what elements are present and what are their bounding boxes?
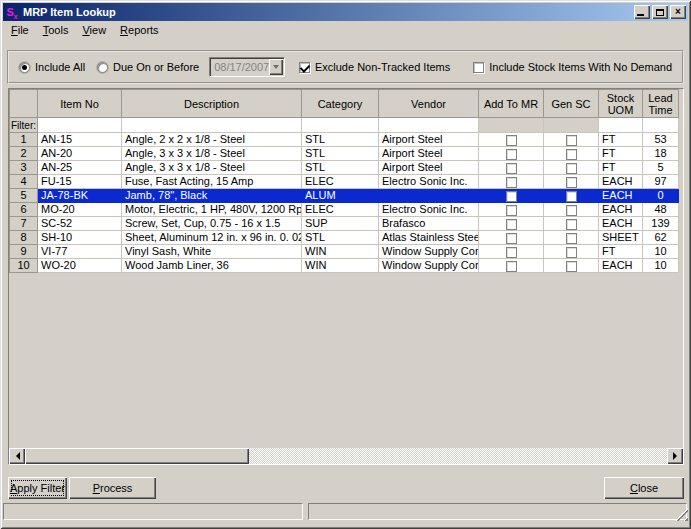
lead-time-cell[interactable]: 0 [643, 189, 679, 203]
lead-time-cell[interactable]: 5 [643, 161, 679, 175]
gen-sc-checkbox[interactable] [566, 163, 577, 174]
gen-sc-checkbox[interactable] [566, 177, 577, 188]
add-to-mr-checkbox[interactable] [506, 261, 517, 272]
category-cell[interactable]: SUP [302, 217, 379, 231]
category-cell[interactable]: STL [302, 133, 379, 147]
filter-item-no[interactable] [38, 118, 122, 133]
gen-sc-checkbox[interactable] [566, 205, 577, 216]
item-no-cell[interactable]: AN-25 [38, 161, 122, 175]
add-to-mr-checkbox[interactable] [506, 191, 517, 202]
stock-uom-cell[interactable]: EACH [599, 203, 643, 217]
header-item-no[interactable]: Item No [38, 90, 122, 118]
header-category[interactable]: Category [302, 90, 379, 118]
row-number-cell[interactable]: 9 [10, 245, 38, 259]
header-lead-time[interactable]: Lead Time [643, 90, 679, 118]
exclude-non-tracked-checkbox[interactable] [299, 62, 310, 73]
filter-stock-uom[interactable] [599, 118, 643, 133]
scrollbar-thumb[interactable] [25, 448, 249, 464]
add-to-mr-checkbox[interactable] [506, 177, 517, 188]
scroll-left-button[interactable] [9, 448, 25, 464]
lead-time-cell[interactable]: 18 [643, 147, 679, 161]
description-cell[interactable]: Angle, 2 x 2 x 1/8 - Steel [122, 133, 302, 147]
description-cell[interactable]: Vinyl Sash, White [122, 245, 302, 259]
add-to-mr-checkbox[interactable] [506, 233, 517, 244]
add-to-mr-checkbox[interactable] [506, 219, 517, 230]
include-all-label[interactable]: Include All [35, 61, 85, 73]
description-cell[interactable]: Angle, 3 x 3 x 1/8 - Steel [122, 161, 302, 175]
category-cell[interactable]: ELEC [302, 203, 379, 217]
header-description[interactable]: Description [122, 90, 302, 118]
include-all-radio[interactable] [19, 62, 30, 73]
row-number-cell[interactable]: 6 [10, 203, 38, 217]
lead-time-cell[interactable]: 10 [643, 259, 679, 273]
filter-description[interactable] [122, 118, 302, 133]
resize-grip[interactable] [675, 508, 688, 521]
gen-sc-checkbox[interactable] [566, 191, 577, 202]
item-no-cell[interactable]: MO-20 [38, 203, 122, 217]
gen-sc-checkbox[interactable] [566, 149, 577, 160]
row-number-cell[interactable]: 10 [10, 259, 38, 273]
stock-uom-cell[interactable]: EACH [599, 259, 643, 273]
row-number-cell[interactable]: 5 [10, 189, 38, 203]
gen-sc-checkbox[interactable] [566, 247, 577, 258]
description-cell[interactable]: Jamb, 78", Black [122, 189, 302, 203]
apply-filter-button[interactable]: Apply Filter [8, 477, 67, 499]
category-cell[interactable]: WIN [302, 259, 379, 273]
maximize-button[interactable] [652, 5, 668, 19]
vendor-cell[interactable]: Atlas Stainless Steel [379, 231, 479, 245]
menu-file[interactable]: File [4, 22, 36, 39]
row-number-cell[interactable]: 7 [10, 217, 38, 231]
description-cell[interactable]: Screw, Set, Cup, 0.75 - 16 x 1.5 [122, 217, 302, 231]
lead-time-cell[interactable]: 53 [643, 133, 679, 147]
filter-category[interactable] [302, 118, 379, 133]
stock-uom-cell[interactable]: EACH [599, 175, 643, 189]
gen-sc-checkbox[interactable] [566, 261, 577, 272]
lead-time-cell[interactable]: 48 [643, 203, 679, 217]
header-gen-sc[interactable]: Gen SC [544, 90, 599, 118]
row-number-cell[interactable]: 1 [10, 133, 38, 147]
item-no-cell[interactable]: JA-78-BK [38, 189, 122, 203]
row-number-cell[interactable]: 4 [10, 175, 38, 189]
include-stock-no-demand-label[interactable]: Include Stock Items With No Demand [489, 61, 672, 73]
gen-sc-checkbox[interactable] [566, 233, 577, 244]
lead-time-cell[interactable]: 10 [643, 245, 679, 259]
due-on-or-before-label[interactable]: Due On or Before [113, 61, 199, 73]
menu-view[interactable]: View [75, 22, 113, 39]
close-button-titlebar[interactable]: × [670, 5, 686, 19]
stock-uom-cell[interactable]: EACH [599, 189, 643, 203]
vendor-cell[interactable]: Window Supply Corp [379, 245, 479, 259]
add-to-mr-checkbox[interactable] [506, 247, 517, 258]
include-stock-no-demand-checkbox[interactable] [473, 62, 484, 73]
stock-uom-cell[interactable]: SHEET [599, 231, 643, 245]
horizontal-scrollbar[interactable] [9, 448, 683, 464]
close-button[interactable]: Close [604, 477, 684, 499]
item-no-cell[interactable]: SC-52 [38, 217, 122, 231]
scroll-right-button[interactable] [667, 448, 683, 464]
row-number-cell[interactable]: 3 [10, 161, 38, 175]
description-cell[interactable]: Angle, 3 x 3 x 1/8 - Steel [122, 147, 302, 161]
lead-time-cell[interactable]: 97 [643, 175, 679, 189]
item-no-cell[interactable]: AN-15 [38, 133, 122, 147]
vendor-cell[interactable]: Brafasco [379, 217, 479, 231]
vendor-cell[interactable]: Airport Steel [379, 133, 479, 147]
gen-sc-checkbox[interactable] [566, 135, 577, 146]
description-cell[interactable]: Motor, Electric, 1 HP, 480V, 1200 Rpm 60… [122, 203, 302, 217]
stock-uom-cell[interactable]: FT [599, 245, 643, 259]
category-cell[interactable]: ALUM [302, 189, 379, 203]
menu-reports[interactable]: Reports [113, 22, 166, 39]
add-to-mr-checkbox[interactable] [506, 135, 517, 146]
menu-tools[interactable]: Tools [36, 22, 76, 39]
description-cell[interactable]: Wood Jamb Liner, 36 [122, 259, 302, 273]
category-cell[interactable]: STL [302, 231, 379, 245]
description-cell[interactable]: Fuse, Fast Acting, 15 Amp [122, 175, 302, 189]
vendor-cell[interactable]: Window Supply Corp [379, 259, 479, 273]
filter-vendor[interactable] [379, 118, 479, 133]
minimize-button[interactable] [634, 5, 650, 19]
add-to-mr-checkbox[interactable] [506, 163, 517, 174]
category-cell[interactable]: ELEC [302, 175, 379, 189]
process-button[interactable]: Process [69, 477, 156, 499]
item-no-cell[interactable]: VI-77 [38, 245, 122, 259]
scrollbar-track[interactable] [249, 448, 667, 464]
row-number-cell[interactable]: 8 [10, 231, 38, 245]
category-cell[interactable]: STL [302, 161, 379, 175]
